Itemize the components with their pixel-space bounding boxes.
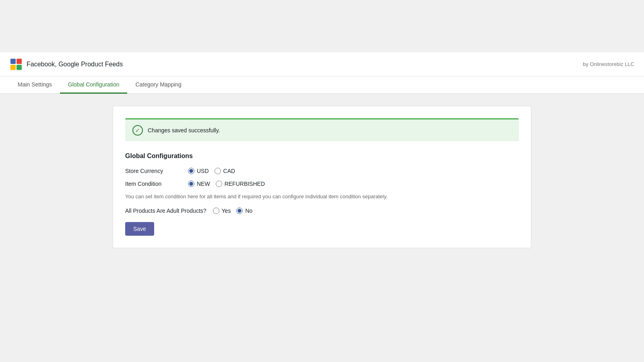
store-currency-cad-label: CAD [223, 168, 235, 174]
item-condition-refurbished-label: REFURBISHED [225, 181, 265, 187]
adult-products-no-label: No [245, 208, 252, 214]
svg-rect-2 [17, 59, 22, 64]
item-condition-new-option[interactable]: NEW [188, 181, 210, 187]
nav-tabs: Main Settings Global Configuration Categ… [0, 76, 644, 94]
save-button-container: Save [125, 222, 519, 236]
item-condition-label: Item Condition [125, 181, 182, 187]
save-button[interactable]: Save [125, 222, 154, 236]
store-currency-usd-label: USD [197, 168, 209, 174]
adult-products-radio-group: Yes No [213, 208, 253, 214]
main-content: ✓ Changes saved successfully. Global Con… [0, 94, 644, 260]
svg-rect-1 [10, 59, 16, 64]
store-currency-row: Store Currency USD CAD [125, 168, 519, 174]
success-message: Changes saved successfully. [148, 127, 220, 134]
svg-rect-4 [17, 65, 22, 70]
item-condition-refurbished-radio[interactable] [216, 181, 222, 187]
store-currency-cad-radio[interactable] [215, 168, 221, 174]
app-header-left: Facebook, Google Product Feeds [10, 58, 123, 71]
item-condition-new-radio[interactable] [188, 181, 194, 187]
success-check-icon: ✓ [132, 125, 143, 136]
svg-rect-3 [10, 65, 16, 70]
item-condition-new-label: NEW [197, 181, 210, 187]
store-currency-usd-option[interactable]: USD [188, 168, 209, 174]
app-header: Facebook, Google Product Feeds by Online… [0, 52, 644, 76]
section-title: Global Configurations [125, 152, 519, 160]
store-currency-radio-group: USD CAD [188, 168, 235, 174]
adult-products-yes-label: Yes [222, 208, 231, 214]
adult-products-label: All Products Are Adult Products? [125, 208, 206, 214]
adult-products-no-radio[interactable] [236, 208, 243, 214]
item-condition-radio-group: NEW REFURBISHED [188, 181, 265, 187]
content-card: ✓ Changes saved successfully. Global Con… [113, 106, 531, 248]
app-logo-icon [10, 58, 23, 71]
app-title: Facebook, Google Product Feeds [27, 61, 123, 68]
tab-main-settings[interactable]: Main Settings [10, 76, 60, 94]
store-currency-cad-option[interactable]: CAD [215, 168, 235, 174]
success-banner: ✓ Changes saved successfully. [125, 118, 519, 141]
tab-category-mapping[interactable]: Category Mapping [127, 76, 189, 94]
adult-products-yes-option[interactable]: Yes [213, 208, 231, 214]
tab-global-configuration[interactable]: Global Configuration [60, 76, 128, 94]
adult-products-no-option[interactable]: No [236, 208, 252, 214]
app-credit: by Onlinestorebiz LLC [583, 61, 634, 67]
item-condition-helper: You can set item condition here for all … [125, 193, 519, 200]
store-currency-usd-radio[interactable] [188, 168, 194, 174]
adult-products-row: All Products Are Adult Products? Yes No [125, 208, 519, 214]
item-condition-row: Item Condition NEW REFURBISHED [125, 181, 519, 187]
adult-products-yes-radio[interactable] [213, 208, 219, 214]
item-condition-refurbished-option[interactable]: REFURBISHED [216, 181, 265, 187]
store-currency-label: Store Currency [125, 168, 182, 174]
